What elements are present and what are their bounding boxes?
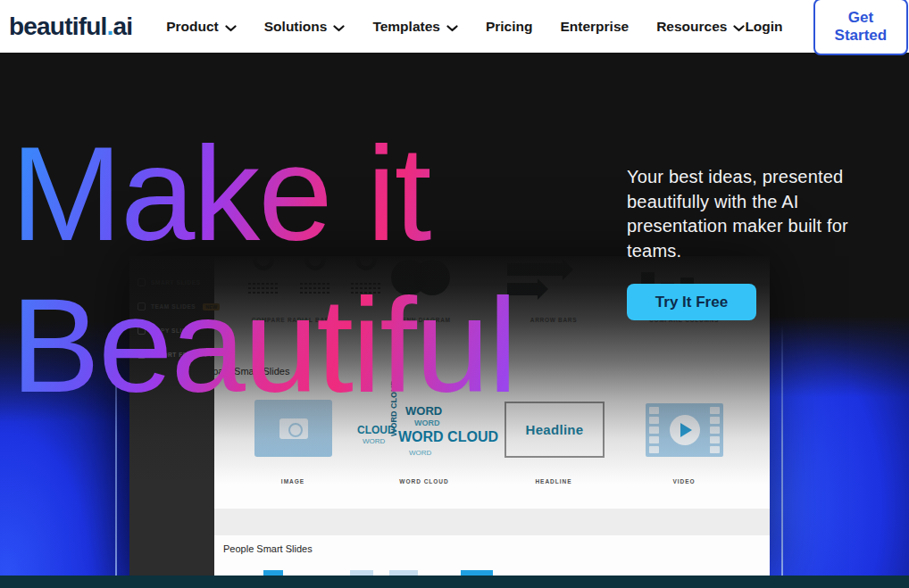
blue-glow-right (770, 316, 909, 588)
nav-item-solutions[interactable]: Solutions (264, 18, 346, 36)
hero-section: SMART SLIDES TEAM SLIDES NEW COPY SLIDES… (0, 53, 909, 588)
nav-item-resources[interactable]: Resources (656, 18, 745, 36)
logo-suffix: ai (113, 12, 132, 40)
logo[interactable]: beautiful.ai (9, 12, 132, 41)
hero-right-column: Your best ideas, presented beautifully w… (627, 165, 884, 320)
headline-line1: Make it (11, 118, 516, 269)
headline-thumb-text: Headline (526, 422, 584, 437)
section-divider-band (214, 509, 770, 535)
slide-label: VIDEO (617, 478, 751, 484)
hero-subheadline: Your best ideas, presented beautifully w… (627, 165, 884, 263)
main-nav: Product Solutions Templates Pricing Ente… (166, 18, 745, 36)
nav-item-templates[interactable]: Templates (372, 18, 458, 36)
nav-label: Product (166, 19, 219, 35)
film-strip-holes (710, 407, 720, 453)
slide-label: IMAGE (226, 478, 360, 484)
headline-slide-thumb: Headline (505, 402, 605, 458)
hero-headline: Make it Beautiful (11, 118, 516, 421)
nav-item-pricing[interactable]: Pricing (486, 19, 533, 35)
chevron-down-icon (225, 20, 237, 36)
play-icon (670, 415, 700, 445)
word-cloud-word: WORD (409, 449, 431, 457)
film-strip-holes (649, 407, 659, 453)
beautiful-ai-homepage: beautiful.ai Product Solutions Templates… (0, 0, 909, 588)
word-cloud-word: WORD (363, 437, 385, 445)
try-it-free-button[interactable]: Try It Free (627, 284, 756, 320)
login-link[interactable]: Login (745, 19, 782, 35)
section-title-people: People Smart Slides (223, 543, 313, 554)
slide-label: HEADLINE (487, 478, 621, 484)
chevron-down-icon (733, 20, 745, 36)
nav-label: Pricing (486, 19, 533, 35)
get-started-button[interactable]: Get Started (813, 0, 909, 55)
word-cloud-word: WORD CLOUD (398, 429, 498, 445)
top-nav-bar: beautiful.ai Product Solutions Templates… (0, 0, 909, 53)
nav-label: Resources (656, 19, 727, 35)
headline-line2: Beautiful (11, 269, 516, 421)
logo-text: beautiful (9, 12, 106, 40)
chevron-down-icon (446, 20, 458, 36)
nav-label: Templates (372, 19, 440, 35)
nav-label: Solutions (264, 19, 328, 35)
video-slide-thumb (646, 403, 723, 457)
bottom-teal-band (0, 576, 909, 588)
glow-right-highlight-line (781, 325, 783, 588)
header-right: Login Get Started (745, 0, 908, 55)
chevron-down-icon (333, 20, 345, 36)
slide-label: WORD CLOUD (357, 478, 491, 484)
nav-item-enterprise[interactable]: Enterprise (560, 19, 629, 35)
nav-label: Enterprise (560, 19, 629, 35)
nav-item-product[interactable]: Product (166, 18, 237, 36)
